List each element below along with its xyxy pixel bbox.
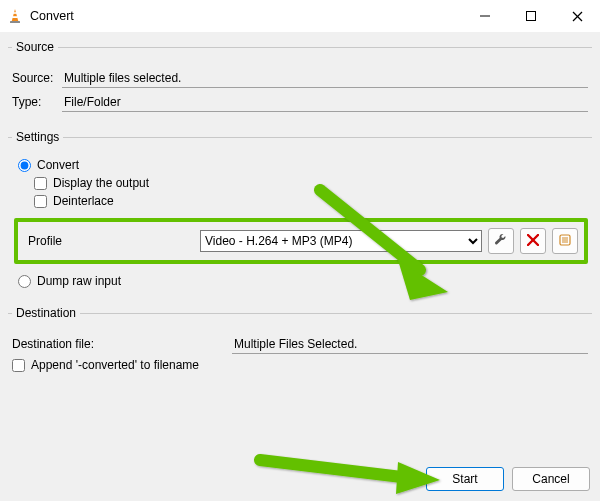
radio-dump-raw-label: Dump raw input <box>37 274 121 288</box>
start-button[interactable]: Start <box>426 467 504 491</box>
radio-dump-raw-input[interactable] <box>18 275 31 288</box>
destination-file-field[interactable] <box>232 334 588 354</box>
source-field[interactable] <box>62 68 588 88</box>
window-title: Convert <box>30 9 74 23</box>
type-field[interactable] <box>62 92 588 112</box>
new-profile-button[interactable] <box>552 228 578 254</box>
group-source: Source Source: Type: <box>8 40 592 116</box>
svg-rect-5 <box>527 12 536 21</box>
vlc-cone-icon <box>6 7 24 25</box>
check-append-converted-label: Append '-converted' to filename <box>31 358 199 372</box>
svg-rect-1 <box>13 12 17 14</box>
group-destination-legend: Destination <box>12 306 80 320</box>
svg-rect-3 <box>10 21 20 23</box>
profile-label: Profile <box>24 234 194 248</box>
profile-row-highlight: Profile Video - H.264 + MP3 (MP4) <box>14 218 588 264</box>
check-display-output-input[interactable] <box>34 177 47 190</box>
radio-convert-input[interactable] <box>18 159 31 172</box>
check-append-converted-input[interactable] <box>12 359 25 372</box>
check-deinterlace[interactable]: Deinterlace <box>34 194 588 208</box>
delete-profile-button[interactable] <box>520 228 546 254</box>
svg-rect-2 <box>12 16 18 18</box>
close-button[interactable] <box>554 0 600 32</box>
radio-dump-raw[interactable]: Dump raw input <box>18 274 588 288</box>
maximize-button[interactable] <box>508 0 554 32</box>
destination-file-label: Destination file: <box>12 337 232 351</box>
group-settings: Settings Convert Display the output Dein… <box>8 130 592 292</box>
check-display-output-label: Display the output <box>53 176 149 190</box>
new-profile-icon <box>558 233 572 250</box>
check-display-output[interactable]: Display the output <box>34 176 588 190</box>
client-area: Source Source: Type: Settings Convert Di… <box>0 32 600 501</box>
x-icon <box>527 234 539 249</box>
source-label: Source: <box>12 71 62 85</box>
svg-marker-0 <box>12 9 19 22</box>
profile-select[interactable]: Video - H.264 + MP3 (MP4) <box>200 230 482 252</box>
minimize-button[interactable] <box>462 0 508 32</box>
check-deinterlace-label: Deinterlace <box>53 194 114 208</box>
edit-profile-button[interactable] <box>488 228 514 254</box>
group-destination: Destination Destination file: Append '-c… <box>8 306 592 376</box>
check-append-converted[interactable]: Append '-converted' to filename <box>12 358 588 372</box>
group-settings-legend: Settings <box>12 130 63 144</box>
group-source-legend: Source <box>12 40 58 54</box>
dialog-button-row: Start Cancel <box>426 467 590 491</box>
radio-convert-label: Convert <box>37 158 79 172</box>
check-deinterlace-input[interactable] <box>34 195 47 208</box>
wrench-icon <box>494 233 508 250</box>
radio-convert[interactable]: Convert <box>18 158 588 172</box>
window-titlebar: Convert <box>0 0 600 32</box>
type-label: Type: <box>12 95 62 109</box>
cancel-button[interactable]: Cancel <box>512 467 590 491</box>
